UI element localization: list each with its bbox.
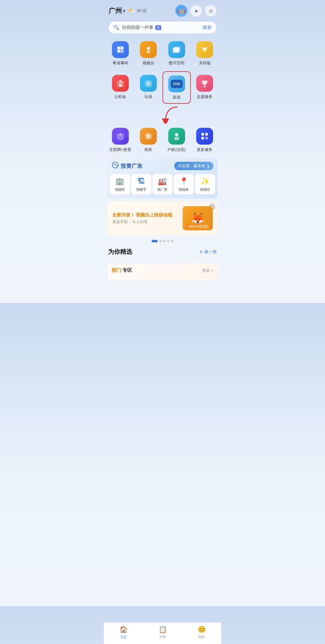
dot-3[interactable]: [163, 240, 166, 242]
for-you-title: 为你精选: [108, 248, 132, 256]
banner-orange-text: 全新升级！: [112, 212, 135, 217]
svg-rect-4: [121, 50, 123, 52]
record-icon: ⊙: [209, 8, 213, 14]
service-item-tax[interactable]: 税 税务: [135, 124, 163, 155]
svg-point-11: [118, 81, 119, 83]
land-label: 找地块: [179, 187, 189, 192]
service-item-video[interactable]: 视频办: [135, 38, 163, 69]
dept-section: 部门 专区 更多 >: [107, 263, 218, 281]
svg-point-16: [175, 133, 178, 136]
invest-item-factory[interactable]: 🏭 找厂房: [153, 174, 173, 194]
service-item-police[interactable]: 户政(治安): [162, 124, 191, 155]
header-right: 🤖 ➤ ⊙: [175, 5, 216, 17]
city-selector[interactable]: 广州 ∨: [109, 6, 125, 15]
invest-item-project[interactable]: ✨ 找项目: [195, 174, 215, 194]
invest-items: 🏢 找园区 🏗 找楼宇 🏭 找厂房 📍 找地块 ✨ 找项目: [107, 173, 218, 198]
yuesheng-icon: [112, 41, 129, 58]
building-icon: 🏗: [138, 177, 145, 186]
service-item-more[interactable]: 更多服务: [191, 124, 219, 155]
gjj-label: 公积金: [114, 94, 126, 100]
shebao-label: 社保: [144, 94, 152, 100]
service-item-digital[interactable]: 数字空间: [162, 38, 191, 69]
invest-logo: 投资广东: [112, 161, 142, 170]
invest-logo-text: 投资广东: [121, 162, 142, 170]
chevron-down-icon: ∨: [122, 8, 125, 13]
search-button[interactable]: 搜索: [203, 25, 212, 30]
location-button[interactable]: ➤: [190, 5, 202, 17]
svg-rect-22: [205, 137, 208, 140]
park-icon: 🏢: [115, 177, 124, 186]
yibao-icon: CHS: [168, 75, 185, 92]
invest-section: 投资广东 共发展，赢未来 ❯ 🏢 找园区 🏗 找楼宇 🏭 找厂房 📍 找地块 ✨…: [107, 158, 218, 198]
internet-label: 互联网+督查: [109, 147, 131, 152]
city-name: 广州: [109, 6, 122, 15]
service-item-yuesheng[interactable]: 粤省事码: [106, 38, 135, 69]
banner-emoji: 🦊: [191, 212, 205, 225]
for-you-section: 为你精选 ↻ 换一换: [104, 245, 221, 262]
dot-2[interactable]: [159, 240, 162, 242]
svg-rect-21: [201, 137, 204, 140]
annotation-arrow: [104, 106, 221, 124]
invest-slogan-icon: ❯: [206, 164, 210, 168]
search-bar[interactable]: 🔍 扶残助困一件事 新 搜索: [109, 22, 216, 33]
record-button[interactable]: ⊙: [205, 5, 216, 17]
dept-more-button[interactable]: 更多 >: [202, 268, 213, 273]
service-grid-row1: 粤省事码 视频办 数字空间 关怀版: [104, 38, 221, 69]
service-grid-row3: 互联网+督查 税 税务 户政(治安) 更多服务: [104, 124, 221, 155]
care-icon: [196, 41, 213, 58]
service-item-internet[interactable]: 互联网+督查: [106, 124, 135, 155]
more-icon: [196, 128, 213, 145]
avatar-icon: 🤖: [178, 7, 186, 15]
svg-point-5: [147, 47, 150, 50]
banner-image: 🦊 视频办全新升级: [183, 206, 213, 230]
svg-rect-10: [119, 84, 122, 87]
location-icon: ➤: [194, 8, 198, 14]
dept-title-orange: 部门: [112, 268, 121, 273]
service-item-shebao[interactable]: SI 社保: [135, 71, 163, 104]
refresh-icon: ↻: [200, 250, 203, 254]
dot-4[interactable]: [167, 240, 169, 242]
weather-badge: ⛅ 25°优: [128, 7, 147, 14]
bottom-nav-spacer: [104, 282, 221, 303]
more-label: 更多服务: [197, 147, 212, 152]
care-label: 关怀版: [199, 60, 211, 66]
tax-icon: 税: [140, 128, 157, 145]
invest-item-park[interactable]: 🏢 找园区: [110, 174, 130, 194]
service-item-gjj[interactable]: 公积金: [106, 71, 135, 104]
banner-title: 全新升级！ 视频办上线移动端: [112, 212, 183, 218]
invest-item-land[interactable]: 📍 找地块: [174, 174, 194, 194]
svg-point-23: [112, 162, 118, 168]
refresh-button[interactable]: ↻ 换一换: [200, 249, 217, 255]
digital-icon: [168, 41, 185, 58]
service-item-volunteer[interactable]: 志愿服务: [191, 71, 219, 104]
digital-label: 数字空间: [169, 60, 184, 66]
video-icon: [140, 41, 157, 58]
yibao-label: 医保: [173, 95, 181, 100]
banner-main-text: 视频办上线移动端: [136, 212, 172, 217]
shebao-icon: SI: [140, 75, 157, 92]
refresh-label: 换一换: [204, 249, 217, 255]
avatar[interactable]: 🤖: [175, 5, 187, 17]
svg-rect-19: [201, 133, 204, 136]
banner-tag: 视频办全新升级: [187, 224, 209, 229]
svg-rect-3: [118, 50, 120, 52]
header: 广州 ∨ ⛅ 25°优 🤖 ➤ ⊙: [104, 0, 221, 20]
invest-item-building[interactable]: 🏗 找楼宇: [131, 174, 151, 194]
police-label: 户政(治安): [167, 147, 186, 152]
service-item-care[interactable]: 关怀版: [191, 38, 219, 69]
police-icon: [168, 128, 185, 145]
for-you-header: 为你精选 ↻ 换一换: [108, 248, 217, 256]
invest-slogan[interactable]: 共发展，赢未来 ❯: [174, 162, 213, 170]
service-item-yibao[interactable]: CHS 医保: [162, 71, 191, 104]
volunteer-icon: [196, 75, 213, 92]
dept-title: 部门 专区: [112, 267, 132, 274]
svg-rect-1: [118, 47, 120, 49]
dot-5[interactable]: [171, 240, 173, 242]
land-icon: 📍: [179, 177, 188, 186]
park-label: 找园区: [115, 187, 125, 192]
dot-1[interactable]: [152, 240, 158, 242]
banner-subtitle: 拿起手机，马上办理: [112, 219, 183, 225]
invest-logo-icon: [112, 161, 119, 170]
search-icon: 🔍: [113, 25, 119, 30]
building-label: 找楼宇: [136, 187, 146, 192]
